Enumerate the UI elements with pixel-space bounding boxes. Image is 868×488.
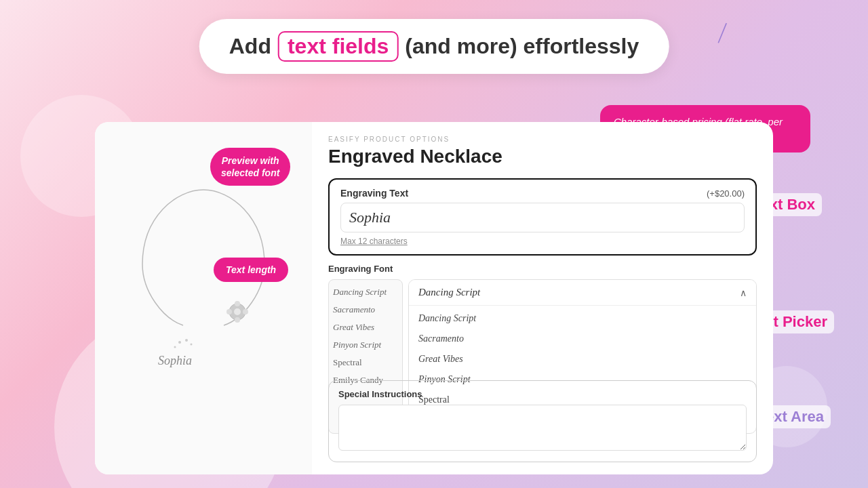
font-dropdown-chevron-icon: ∧ [740,287,747,298]
svg-point-9 [174,346,176,348]
header-suffix: (and more) effortlessly [405,34,639,59]
special-instructions-section: Special Instructions [312,380,773,462]
font-option-greatvibes[interactable]: Great Vibes [409,349,756,369]
svg-point-5 [234,308,241,315]
svg-point-1 [235,301,240,306]
font-preview-pinyon: Pinyon Script [333,338,398,352]
font-option-sacramento[interactable]: Sacramento [409,329,756,349]
header-banner: Add text fields (and more) effortlessly [199,19,669,74]
font-section-label: Engraving Font [328,264,757,274]
text-length-bubble: Text length [214,258,288,282]
spark-decoration: ／ [709,16,736,47]
easify-label: EASIFY PRODUCT OPTIONS [328,136,757,143]
svg-text:Sophia: Sophia [158,354,192,367]
special-instructions-box: Special Instructions [328,380,757,462]
special-instructions-textarea[interactable] [338,405,747,451]
font-preview-greatvibes: Great Vibes [333,321,398,334]
svg-point-3 [226,309,232,314]
font-dropdown-header[interactable]: Dancing Script ∧ [409,280,756,306]
engraving-price: (+$20.00) [707,188,745,199]
header-prefix: Add [229,34,271,59]
special-instructions-label: Special Instructions [338,389,747,399]
font-option-dancing[interactable]: Dancing Script [409,308,756,329]
engraving-label: Engraving Text [340,188,408,199]
svg-point-4 [243,309,248,314]
product-title: Engraved Necklace [328,146,757,167]
necklace-svg: Sophia [122,183,285,413]
svg-point-2 [235,317,240,323]
engraving-text-input[interactable] [340,203,745,232]
font-preview-spectral: Spectral [333,356,398,369]
font-dropdown-selected: Dancing Script [418,287,480,298]
field-header-row: Engraving Text (+$20.00) [340,188,745,199]
svg-point-7 [178,341,181,344]
main-product-card: Sophia EASIFY PRODUCT OPTIONS Engraved N… [95,122,773,474]
font-preview-dancing: Dancing Script [333,285,398,299]
svg-point-10 [191,344,193,346]
svg-point-8 [185,339,188,342]
engraving-text-field-box: Engraving Text (+$20.00) Max 12 characte… [328,178,757,256]
header-highlight: text fields [278,31,398,62]
preview-bubble: Preview withselected font [210,148,290,186]
font-preview-sacramento: Sacramento [333,303,398,317]
engraving-hint: Max 12 characters [340,237,745,246]
